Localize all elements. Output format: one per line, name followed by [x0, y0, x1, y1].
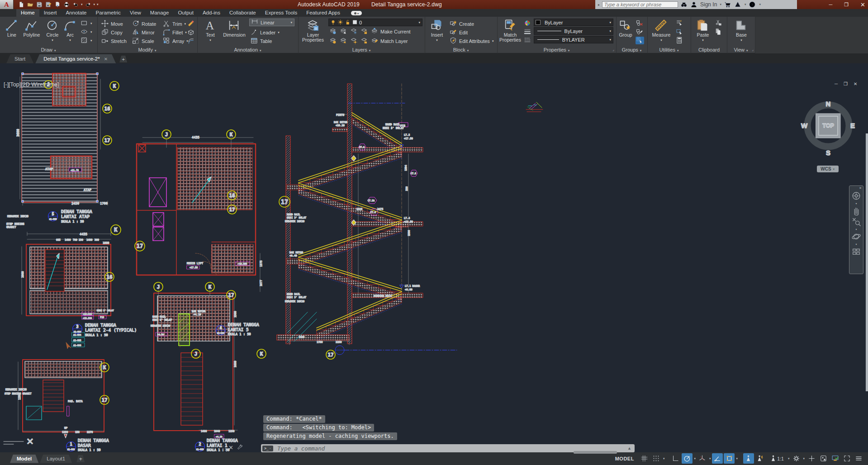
snap-caret-icon[interactable]: ▾ — [663, 457, 665, 460]
insert-block-button[interactable]: Insert▾ — [428, 19, 446, 43]
plot-icon[interactable] — [62, 1, 71, 8]
showmotion-icon[interactable] — [851, 247, 861, 256]
panel-layers-footer[interactable]: Layers ▾ — [299, 47, 425, 53]
layer-off-icon[interactable] — [329, 28, 337, 35]
arc-button[interactable]: Arc▾ — [62, 19, 78, 43]
circle-button[interactable]: Circle▾ — [43, 19, 62, 43]
make-current-button[interactable]: Make Current — [371, 28, 411, 35]
copy-clip-button[interactable] — [715, 28, 722, 36]
save-as-icon[interactable] — [44, 1, 52, 8]
qat-customize-icon[interactable]: ▾ — [97, 3, 99, 6]
snap-toggle[interactable] — [651, 453, 662, 464]
ortho-toggle[interactable] — [670, 453, 681, 464]
panel-modify-footer[interactable]: Modify ▾ — [98, 47, 197, 53]
color-wheel-icon[interactable] — [524, 19, 531, 27]
ribbon-tab-manage[interactable]: Manage — [146, 9, 174, 17]
scale-button[interactable]: Scale — [132, 37, 154, 45]
commandline-grip[interactable] — [223, 446, 226, 451]
steering-wheel-icon[interactable] — [851, 191, 861, 201]
annotation-visibility-toggle[interactable] — [743, 453, 754, 464]
redo-icon[interactable] — [84, 1, 92, 8]
panel-utilities-footer[interactable]: Utilities ▾ — [648, 47, 691, 53]
cad-drawing[interactable]: ✕ ATAPATAP245017003600+21.70DENAH TANGGA… — [0, 63, 868, 452]
help-icon[interactable]: ? — [749, 1, 756, 9]
commandline-close-icon[interactable]: ✕ — [228, 444, 233, 451]
undo-icon[interactable] — [71, 1, 80, 8]
linear-dimension-button[interactable]: Linear▾ — [249, 19, 294, 26]
rectangle-button[interactable]: ▾ — [81, 19, 93, 27]
right-edge-scrollbar[interactable] — [866, 133, 868, 391]
view-dialog-launcher-icon[interactable]: ⌟ — [752, 46, 754, 53]
wcs-dropdown[interactable]: WCS▾ — [817, 166, 839, 172]
select-similar-button[interactable] — [676, 28, 683, 36]
undo-caret-icon[interactable]: ▾ — [81, 3, 83, 6]
quick-calc-button[interactable] — [676, 37, 683, 44]
help-caret-icon[interactable]: ▾ — [759, 3, 761, 6]
command-prompt-icon[interactable]: >_▾ — [262, 446, 273, 451]
group-button[interactable]: Group — [617, 19, 634, 38]
object-snap-tracking-toggle[interactable] — [712, 453, 723, 464]
layer-unlock2-icon[interactable] — [360, 37, 368, 45]
pan-icon[interactable] — [851, 206, 861, 216]
orbit-caret-icon[interactable]: ▾ — [855, 242, 857, 246]
orbit-icon[interactable] — [851, 232, 861, 242]
create-block-button[interactable]: Create — [450, 20, 474, 28]
properties-dialog-launcher-icon[interactable]: ⌟ — [612, 46, 614, 53]
stretch-button[interactable]: Stretch — [101, 37, 127, 45]
group-selection-toggle[interactable] — [636, 37, 644, 44]
dwg-close-icon[interactable]: ✕ — [854, 81, 857, 86]
model-space[interactable]: ✕ ATAPATAP245017003600+21.70DENAH TANGGA… — [0, 63, 868, 452]
ribbon-tab-collaborate[interactable]: Collaborate — [225, 9, 261, 17]
text-button[interactable]: AText▾ — [202, 19, 218, 43]
annotation-monitor-button[interactable] — [806, 453, 817, 464]
sign-in-link[interactable]: Sign In — [700, 1, 717, 8]
layer-on2-icon[interactable] — [329, 37, 337, 45]
layer-thaw2-icon[interactable] — [350, 37, 358, 45]
osnap-caret-icon[interactable]: ▾ — [736, 457, 738, 460]
ribbon-tab-view[interactable]: View — [125, 9, 146, 17]
line-button[interactable]: Line — [4, 19, 20, 38]
isolate-objects-button[interactable] — [818, 453, 829, 464]
open-icon[interactable] — [26, 1, 34, 8]
explode-button[interactable] — [187, 28, 195, 36]
edit-attributes-button[interactable]: Edit Attributes▾ — [450, 37, 494, 45]
isometric-drafting-toggle[interactable] — [697, 453, 708, 464]
linetype-select[interactable]: BYLAYER▾ — [534, 36, 613, 43]
dwg-minimize-icon[interactable]: ─ — [835, 81, 838, 86]
layer-lock-icon[interactable] — [360, 28, 368, 35]
ribbon-display-toggle[interactable]: ▾ — [351, 11, 362, 15]
commandline-customize-icon[interactable] — [237, 444, 243, 451]
cut-button[interactable] — [715, 19, 722, 27]
quick-select-button[interactable] — [676, 19, 683, 27]
command-history-toggle-icon[interactable]: ▲ — [627, 446, 631, 451]
hatch-button[interactable]: ▾ — [81, 37, 93, 44]
panel-annotation-footer[interactable]: Annotation ▾ — [198, 47, 298, 53]
match-layer-button[interactable]: Match Layer — [371, 37, 408, 45]
lineweight-select[interactable]: ByLayer▾ — [534, 27, 613, 35]
viewcube[interactable]: N W E S TOP — [800, 95, 858, 158]
model-tab[interactable]: Model — [10, 455, 38, 463]
ribbon-tab-home[interactable]: Home — [16, 9, 39, 17]
ellipse-button[interactable]: ▾ — [81, 28, 93, 36]
ribbon-tab-annotate[interactable]: Annotate — [61, 9, 91, 17]
model-space-indicator[interactable]: MODEL — [615, 456, 634, 461]
workspace-caret-icon[interactable]: ▾ — [803, 457, 805, 460]
ribbon-tab-featured-apps[interactable]: Featured Apps — [302, 9, 345, 17]
leader-button[interactable]: Leader▾ — [251, 28, 280, 36]
scale-caret-icon[interactable]: ▾ — [788, 457, 790, 460]
offset-button[interactable] — [187, 37, 195, 45]
erase-button[interactable] — [187, 20, 195, 28]
polyline-button[interactable]: Polyline — [21, 19, 43, 38]
measure-button[interactable]: Measure▾ — [650, 19, 672, 43]
clean-screen-button[interactable] — [841, 453, 852, 464]
horizontal-scrollbar[interactable] — [574, 451, 617, 454]
layer-unisolate-icon[interactable] — [340, 37, 347, 45]
file-tab-document[interactable]: Detail Tangga service-2*✕ — [35, 54, 116, 63]
restore-button[interactable]: ❐ — [844, 2, 849, 8]
ribbon-tab-parametric[interactable]: Parametric — [91, 9, 126, 17]
file-tab-close-icon[interactable]: ✕ — [104, 57, 108, 62]
app-store-cart-icon[interactable] — [724, 1, 732, 9]
linetype-icon[interactable] — [524, 37, 531, 44]
array-button[interactable]: Array▾ — [163, 37, 189, 45]
redo-caret-icon[interactable]: ▾ — [94, 3, 95, 6]
